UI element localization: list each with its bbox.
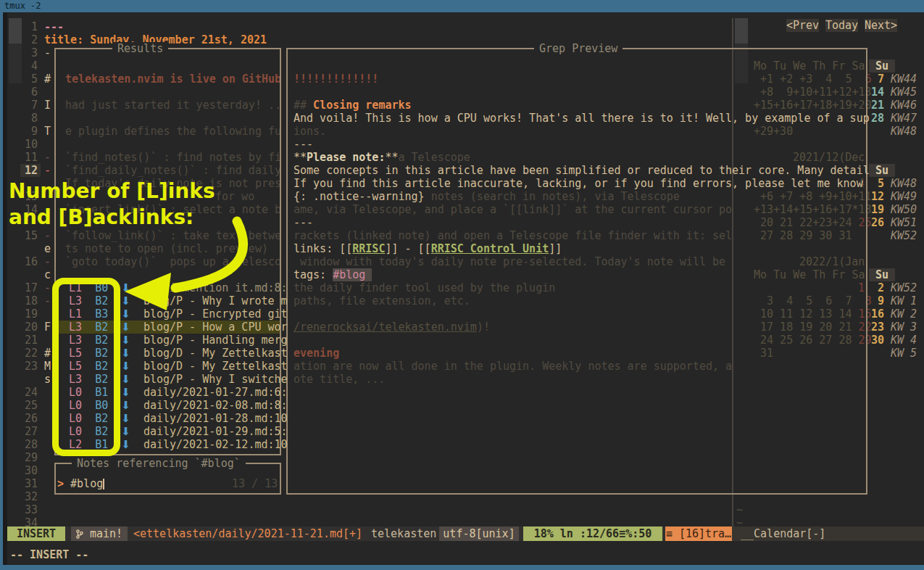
preview-line: tags: #blog bbox=[294, 268, 372, 281]
result-count: 13 / 13 bbox=[232, 477, 278, 490]
preview-line: window with today's daily note pre-selec… bbox=[294, 255, 725, 268]
prompt-input[interactable]: > #blog bbox=[57, 477, 103, 490]
terminal-window: 1---2title: Sunday, November 21st, 20213… bbox=[0, 0, 924, 570]
preview-line: --- bbox=[294, 216, 313, 229]
preview-line: If you find this article inaccurate, lac… bbox=[294, 177, 863, 190]
preview-line: And voila! This is how a CPU works! That… bbox=[294, 112, 870, 125]
preview-line: links: [[RRISC]] - [[RRISC Control Unit]… bbox=[294, 242, 562, 255]
preview-line: {: .notice--warning} notes (search in no… bbox=[294, 190, 680, 203]
mode-indicator: INSERT bbox=[7, 526, 65, 541]
preview-line: ## Closing remarks bbox=[294, 99, 412, 112]
preview-line: !!!!!!!!!!!!! bbox=[294, 73, 378, 86]
annotation-highlight-box bbox=[52, 278, 120, 456]
preview-line: Some concepts in this article have been … bbox=[294, 164, 870, 177]
left-gutter bbox=[3, 12, 7, 565]
preview-line: ame, via Telescope, and place a `[[link]… bbox=[294, 203, 732, 216]
preview-line: --- bbox=[294, 138, 313, 151]
prompt-query: #blog bbox=[70, 477, 103, 490]
preview-line: /renerocksai/telekasten.nvim)! bbox=[294, 321, 490, 334]
encoding-segment: utf-8[unix] bbox=[439, 526, 519, 541]
git-branch-icon bbox=[76, 529, 83, 539]
preview-line: ation are now all done in the plugin. We… bbox=[294, 360, 732, 373]
grep-preview-content: !!!!!!!!!!!!!## Closing remarksAnd voila… bbox=[0, 0, 924, 570]
tmux-titlebar: tmux -2 bbox=[0, 0, 924, 12]
preview-line: **Please note:**a Telescope bbox=[294, 151, 470, 164]
git-branch-segment: main! bbox=[71, 526, 128, 541]
text-cursor bbox=[103, 479, 104, 490]
annotation-line-2: and [B]acklinks: bbox=[9, 205, 193, 231]
git-branch-name: main! bbox=[90, 527, 122, 540]
cursor-position-segment: 18% ln :12/66≡%:50 bbox=[523, 526, 662, 541]
preview-line: evening bbox=[294, 347, 339, 360]
preview-line: ions. bbox=[294, 125, 326, 138]
preview-line: rackets (linked note) and open a Telesco… bbox=[294, 229, 732, 242]
preview-line: the daily finder tool used by the plugin bbox=[294, 281, 555, 294]
annotation-line-1: Number of [L]inks bbox=[9, 178, 215, 205]
trailing-whitespace-warning: ≡ [16]tra… bbox=[665, 526, 732, 541]
preview-line: paths, file extension, etc. bbox=[294, 294, 470, 307]
plugin-name: telekasten bbox=[371, 526, 436, 541]
calendar-statusline: __Calendar[-] bbox=[732, 526, 924, 541]
prompt-caret: > bbox=[57, 477, 64, 490]
command-line-mode: -- INSERT -- bbox=[10, 548, 88, 561]
window-frame-bottom bbox=[0, 565, 924, 570]
preview-line: ote title, ... bbox=[294, 373, 385, 386]
file-path: <ettelkasten/daily/2021-11-21.md[+] bbox=[133, 526, 362, 541]
